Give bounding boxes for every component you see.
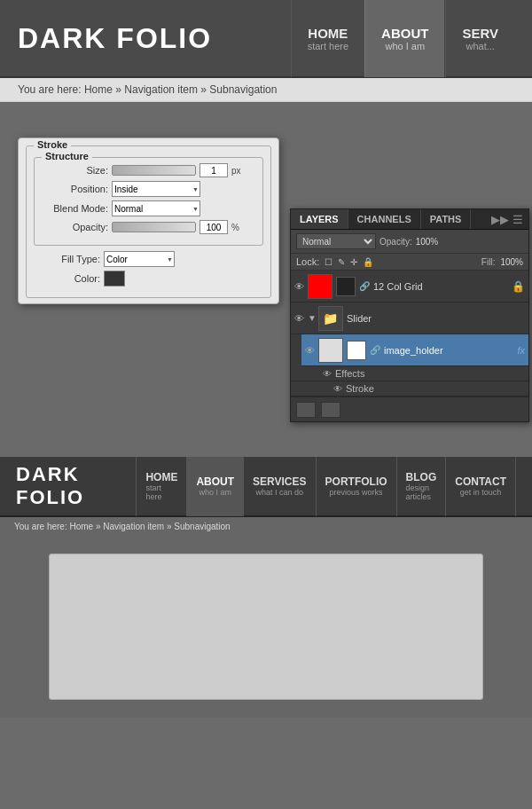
- stroke-group: Stroke Structure Size: 1 px Position:: [26, 145, 271, 298]
- lock-move-icon[interactable]: ✛: [350, 257, 357, 267]
- fill-type-row: Fill Type: Color Gradient Pattern: [34, 251, 263, 267]
- eye-icon-effects[interactable]: 👁: [323, 369, 332, 379]
- bnav-contact[interactable]: CONTACT get in touch: [446, 456, 516, 516]
- top-navigation: HOME start here ABOUT who I am SERV what…: [291, 0, 514, 76]
- group-arrow-slider[interactable]: ▼: [308, 313, 317, 323]
- opacity-row: Opacity: 100 %: [42, 220, 255, 234]
- expand-icon[interactable]: ▶▶: [491, 213, 509, 226]
- position-select-wrap: Inside Outside Center: [112, 181, 200, 197]
- blend-select[interactable]: Normal: [112, 200, 200, 216]
- nav-item-home[interactable]: HOME start here: [291, 0, 364, 77]
- layer-mask-12col: [336, 277, 356, 296]
- lock-transparent-icon[interactable]: ☐: [325, 257, 332, 267]
- fx-icon: fx: [517, 345, 525, 356]
- layers-panel: LAYERS CHANNELS PATHS ▶▶ ☰ Normal Opacit…: [290, 208, 529, 422]
- nav-item-services[interactable]: SERV what...: [445, 0, 514, 77]
- layer-row-stroke[interactable]: 👁 Stroke: [291, 381, 528, 397]
- layer-mask-imageholder: [347, 341, 366, 360]
- blend-select-wrap: Normal: [112, 200, 200, 216]
- layer-thumb-slider: 📁: [318, 306, 343, 331]
- layer-link-icon-imageholder: 🔗: [370, 345, 380, 355]
- tab-layers[interactable]: LAYERS: [291, 209, 348, 229]
- opacity-slider[interactable]: [112, 222, 196, 232]
- layers-lock-row: Lock: ☐ ✎ ✛ 🔒 Fill: 100%: [291, 254, 528, 271]
- layers-bottom-toolbar: [291, 397, 528, 421]
- size-row: Size: 1 px: [42, 163, 255, 177]
- bottom-header: DARK FOLIO HOME start here ABOUT who I a…: [0, 457, 532, 517]
- layer-row-effects[interactable]: 👁 Effects: [291, 366, 528, 381]
- ps-stroke-dialog: Stroke Structure Size: 1 px Position:: [18, 137, 279, 304]
- eye-icon-stroke[interactable]: 👁: [333, 384, 342, 394]
- layers-panel-icons: ▶▶ ☰: [486, 213, 528, 226]
- layer-lock-icon: 🔒: [512, 280, 525, 293]
- eye-icon-12col[interactable]: 👁: [294, 281, 304, 292]
- top-header: DARK FOLIO HOME start here ABOUT who I a…: [0, 0, 532, 78]
- bnav-about[interactable]: ABOUT who I am: [187, 456, 244, 516]
- top-logo: DARK FOLIO: [18, 22, 291, 55]
- tab-paths[interactable]: PATHS: [421, 209, 472, 229]
- layer-tool-2[interactable]: [321, 402, 340, 418]
- bottom-navigation: HOME start here ABOUT who I am SERVICES …: [136, 457, 516, 515]
- bottom-logo: DARK FOLIO: [16, 463, 136, 509]
- structure-group: Structure Size: 1 px Position: Inside: [34, 157, 263, 246]
- position-select[interactable]: Inside Outside Center: [112, 181, 200, 197]
- lock-paint-icon[interactable]: ✎: [338, 257, 345, 267]
- color-swatch[interactable]: [104, 271, 125, 287]
- blend-mode-select[interactable]: Normal: [296, 233, 376, 249]
- breadcrumb-top: You are here: Home » Navigation item » S…: [0, 78, 532, 102]
- size-input[interactable]: 1: [200, 163, 228, 177]
- breadcrumb-bottom: You are here: Home » Navigation item » S…: [0, 517, 532, 536]
- layer-tool-1[interactable]: [296, 402, 316, 418]
- bnav-blog[interactable]: BLOG design articles: [397, 456, 447, 516]
- layer-row-image-holder[interactable]: 👁 🔗 image_holder fx: [301, 334, 528, 366]
- lock-all-icon[interactable]: 🔒: [363, 257, 373, 267]
- bottom-content-area: [0, 536, 532, 718]
- layer-link-icon-12col: 🔗: [359, 281, 370, 291]
- wireframe-placeholder: [49, 554, 483, 700]
- top-section: DARK FOLIO HOME start here ABOUT who I a…: [0, 0, 532, 457]
- blend-row: Blend Mode: Normal: [42, 200, 255, 216]
- layer-row-slider[interactable]: 👁 ▼ 📁 Slider: [291, 302, 528, 334]
- bnav-home[interactable]: HOME start here: [136, 456, 187, 516]
- position-row: Position: Inside Outside Center: [42, 181, 255, 197]
- layer-thumb-12col: [308, 274, 332, 299]
- color-row: Color:: [34, 271, 263, 287]
- preview-area: Stroke Structure Size: 1 px Position:: [0, 102, 532, 457]
- eye-icon-imageholder[interactable]: 👁: [305, 345, 315, 356]
- fill-type-select[interactable]: Color Gradient Pattern: [104, 251, 175, 267]
- size-slider[interactable]: [112, 165, 196, 176]
- lock-label: Lock:: [296, 256, 319, 267]
- eye-icon-slider[interactable]: 👁: [294, 313, 304, 324]
- layer-row-12-col-grid[interactable]: 👁 🔗 12 Col Grid 🔒: [291, 271, 528, 302]
- layers-blend-controls: Normal Opacity: 100%: [291, 230, 528, 254]
- layers-tab-bar: LAYERS CHANNELS PATHS ▶▶ ☰: [291, 209, 528, 230]
- fill-type-select-wrap: Color Gradient Pattern: [104, 251, 175, 267]
- menu-icon[interactable]: ☰: [512, 213, 523, 226]
- tab-channels[interactable]: CHANNELS: [348, 209, 421, 229]
- bnav-portfolio[interactable]: PORTFOLIO previous works: [317, 456, 397, 516]
- layer-thumb-imageholder: [318, 338, 343, 363]
- bottom-section: DARK FOLIO HOME start here ABOUT who I a…: [0, 457, 532, 718]
- opacity-input[interactable]: 100: [200, 220, 228, 234]
- bnav-services[interactable]: SERVICES what I can do: [244, 456, 316, 516]
- nav-item-about[interactable]: ABOUT who I am: [364, 0, 445, 77]
